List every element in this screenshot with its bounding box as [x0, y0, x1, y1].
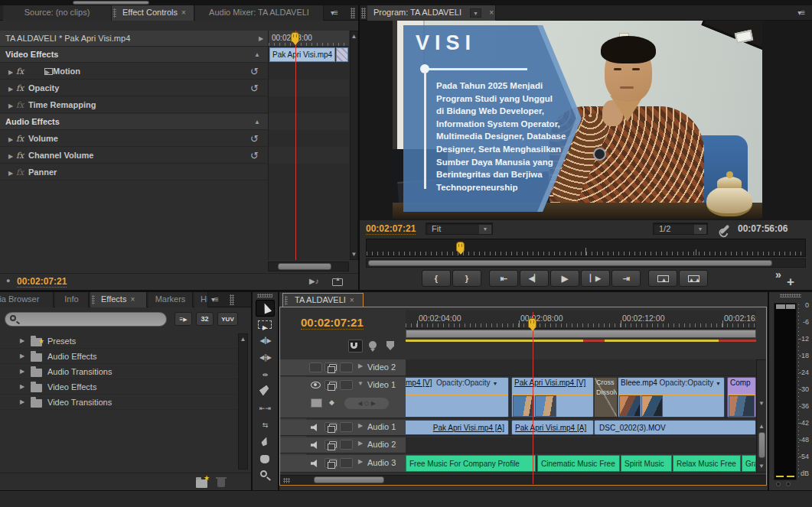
tab-effect-controls[interactable]: Effect Controls× — [112, 5, 194, 21]
track-name[interactable]: Video 1 — [367, 380, 396, 389]
play-audio-icon[interactable]: ▶♪ — [309, 277, 319, 285]
timeline-clip[interactable]: Pak Apri Visi.mp4 [V] — [511, 377, 594, 418]
tab-history[interactable]: History — [194, 292, 208, 307]
more-buttons-chevron[interactable]: » — [775, 268, 781, 281]
track-lock-toggle[interactable] — [340, 440, 353, 450]
sync-lock-toggle[interactable] — [324, 362, 338, 372]
vscroll-thumb[interactable] — [758, 432, 765, 458]
twirl-icon[interactable]: ▶ — [5, 132, 16, 148]
twirl-icon[interactable]: ▶ — [5, 98, 16, 114]
encore-marker-icon[interactable] — [369, 341, 377, 349]
scroll-up-icon[interactable]: ▲ — [239, 336, 247, 343]
scroll-down-icon[interactable]: ▼ — [351, 251, 357, 258]
timeline-music-clip[interactable]: Free Music For Company Profile — [406, 455, 536, 472]
accelerated-effects-button[interactable]: ≡▶ — [174, 312, 192, 326]
twirl-open-icon[interactable]: ▼ — [355, 380, 366, 387]
track-name[interactable]: Audio 2 — [367, 440, 396, 449]
program-playhead-pin[interactable] — [456, 242, 465, 252]
reset-icon[interactable]: ↺ — [250, 80, 259, 96]
chevron-down-icon[interactable]: ▼ — [694, 225, 706, 234]
tab-effects[interactable]: Effects× — [90, 292, 147, 307]
clip-fx-badge[interactable]: Opacity:Opacity — [436, 379, 491, 387]
twirl-icon[interactable]: ▶ — [5, 165, 16, 181]
ec-row-opacity[interactable]: ▶fxOpacity↺ — [0, 80, 268, 96]
ec-hscroll-thumb[interactable] — [278, 263, 331, 270]
track-name[interactable]: Audio 1 — [367, 422, 396, 431]
twirl-icon[interactable]: ▶ — [355, 362, 366, 369]
razor-tool[interactable] — [256, 384, 275, 401]
sync-lock-toggle[interactable] — [324, 440, 338, 450]
timeline-clip[interactable]: mp4 [V] Opacity:Opacity ▼ — [406, 377, 509, 418]
panel-menu-icon[interactable]: ▾≡ — [797, 8, 804, 17]
track-content-video2[interactable] — [406, 359, 756, 376]
collapse-icon[interactable]: ▲ — [254, 47, 260, 63]
ec-current-timecode[interactable]: 00:02:07:21 — [17, 276, 67, 288]
close-icon[interactable]: × — [181, 8, 186, 17]
track-lock-toggle[interactable] — [340, 422, 353, 432]
track-header-video1[interactable]: ▼ Video 1 ◆ ◀ ◇ ▶ — [280, 377, 406, 418]
ec-hscrollbar[interactable] — [268, 262, 349, 271]
program-mini-ruler[interactable] — [366, 239, 806, 257]
tab-program[interactable]: Program: TA ALDAVELI▼× — [367, 5, 496, 21]
bit-depth-button[interactable]: 32 — [196, 312, 214, 326]
track-lock-toggle[interactable] — [340, 380, 353, 390]
panel-menu-icon[interactable]: ▾≡ — [331, 8, 338, 17]
speaker-icon[interactable] — [311, 441, 319, 449]
track-header-audio2[interactable]: ▶ Audio 2 — [280, 437, 406, 453]
resolution-dropdown[interactable]: 1/2▼ — [653, 223, 708, 235]
hand-tool[interactable] — [256, 451, 275, 468]
reset-icon[interactable]: ↺ — [250, 63, 259, 80]
twirl-icon[interactable]: ▶ — [17, 364, 28, 379]
goto-out-button[interactable]: ⇥ — [611, 270, 641, 287]
scroll-up-icon[interactable]: ▲ — [351, 33, 357, 40]
speaker-icon[interactable] — [311, 460, 319, 467]
dropdown-icon[interactable]: ▼ — [470, 8, 481, 18]
ripple-edit-tool[interactable]: ◀┃▶ — [256, 333, 275, 350]
track-name[interactable]: Video 2 — [367, 362, 396, 372]
timeline-hscrollbar[interactable] — [280, 475, 767, 485]
effects-vscrollbar[interactable]: ▲ — [238, 333, 248, 470]
folder-audio-effects[interactable]: ▶Audio Effects — [0, 349, 237, 364]
close-icon[interactable]: × — [350, 296, 354, 304]
collapse-icon[interactable]: ▲ — [254, 114, 260, 130]
timeline-music-clip[interactable]: Cinematic Music Free — [537, 455, 620, 472]
close-icon[interactable]: × — [130, 295, 135, 304]
twirl-icon[interactable]: ▶ — [5, 148, 16, 164]
add-button[interactable]: + — [787, 275, 794, 290]
track-header-audio3[interactable]: ▶ Audio 3 — [280, 455, 406, 473]
yuv-button[interactable]: YUV — [217, 312, 238, 326]
panel-menu-icon[interactable]: ▾≡ — [211, 295, 218, 304]
rate-stretch-tool[interactable]: ⇹ — [256, 367, 275, 384]
tab-markers[interactable]: Markers — [148, 292, 193, 307]
scroll-down-icon[interactable]: ▼ — [757, 463, 766, 470]
zoom-level-dropdown[interactable]: Fit▼ — [426, 223, 493, 235]
sync-lock-toggle[interactable] — [324, 380, 338, 390]
twirl-icon[interactable]: ▶ — [17, 379, 28, 395]
pen-tool[interactable] — [256, 434, 275, 451]
scroll-up-icon[interactable]: ▲ — [757, 423, 766, 430]
timeline-playhead-pin[interactable] — [528, 318, 536, 328]
timeline-clip[interactable]: Bleee.mp4 Opacity:Opacity ▼ — [618, 377, 725, 418]
speaker-icon[interactable] — [311, 424, 319, 431]
step-forward-button[interactable]: ▏▶ — [581, 270, 610, 287]
twirl-icon[interactable]: ▶ — [17, 395, 28, 410]
twirl-icon[interactable]: ▶ — [355, 458, 366, 465]
sync-lock-toggle[interactable] — [324, 422, 338, 432]
track-lock-toggle[interactable] — [340, 458, 353, 468]
kf-add-icon[interactable]: ◇ — [364, 399, 370, 407]
timeline-audio-clip[interactable]: Pak Apri Visi.mp4 [A] — [511, 420, 594, 435]
scroll-down-icon[interactable]: ▼ — [757, 400, 766, 407]
kf-next-icon[interactable]: ▶ — [371, 400, 376, 407]
track-content-audio2[interactable] — [406, 437, 756, 453]
ec-row-panner[interactable]: ▶fxPanner — [0, 164, 268, 180]
wrench-icon[interactable] — [720, 225, 730, 235]
timeline-current-timecode[interactable]: 00:02:07:21 — [301, 316, 364, 330]
work-area-bar[interactable] — [406, 330, 756, 338]
top-scrollbar-thumb[interactable] — [73, 1, 149, 5]
ec-vscrollbar[interactable]: ▲ ▼ — [350, 31, 358, 260]
timeline-music-clip[interactable]: Gra — [742, 455, 756, 472]
ec-row-time-remapping[interactable]: ▶fxTime Remapping — [0, 97, 268, 113]
timeline-vscrollbar[interactable]: ▼ ▲ ▼ — [756, 359, 767, 473]
kf-prev-icon[interactable]: ◀ — [357, 400, 362, 407]
program-current-timecode[interactable]: 00:02:07:21 — [366, 223, 416, 235]
